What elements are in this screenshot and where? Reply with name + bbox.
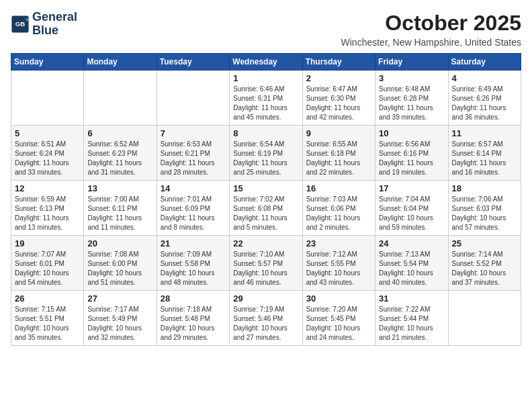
day-info: Sunrise: 7:14 AM Sunset: 5:52 PM Dayligh…: [452, 250, 517, 287]
day-info: Sunrise: 6:55 AM Sunset: 6:18 PM Dayligh…: [306, 140, 371, 177]
week-row-5: 26Sunrise: 7:15 AM Sunset: 5:51 PM Dayli…: [11, 291, 521, 346]
day-number: 30: [306, 293, 371, 304]
day-info: Sunrise: 7:04 AM Sunset: 6:04 PM Dayligh…: [379, 195, 444, 232]
location: Winchester, New Hampshire, United States: [341, 37, 521, 48]
day-number: 25: [452, 238, 517, 248]
day-cell-3-1: 20Sunrise: 7:08 AM Sunset: 6:00 PM Dayli…: [84, 236, 157, 291]
day-number: 21: [161, 238, 226, 248]
day-cell-1-3: 8Sunrise: 6:54 AM Sunset: 6:19 PM Daylig…: [230, 126, 302, 181]
day-cell-1-4: 9Sunrise: 6:55 AM Sunset: 6:18 PM Daylig…: [302, 126, 375, 181]
day-number: 7: [161, 128, 226, 138]
day-info: Sunrise: 7:15 AM Sunset: 5:51 PM Dayligh…: [15, 305, 80, 342]
day-cell-2-2: 14Sunrise: 7:01 AM Sunset: 6:09 PM Dayli…: [157, 181, 229, 236]
day-number: 4: [452, 73, 517, 83]
day-number: 13: [87, 183, 152, 193]
day-number: 6: [87, 128, 152, 138]
day-number: 5: [15, 128, 80, 138]
day-cell-0-0: [11, 71, 84, 126]
day-number: 28: [161, 293, 226, 304]
day-info: Sunrise: 6:48 AM Sunset: 6:28 PM Dayligh…: [379, 85, 444, 122]
logo: GB General Blue: [11, 11, 77, 38]
day-number: 29: [233, 293, 298, 304]
day-cell-1-1: 6Sunrise: 6:52 AM Sunset: 6:23 PM Daylig…: [84, 126, 157, 181]
day-info: Sunrise: 6:52 AM Sunset: 6:23 PM Dayligh…: [87, 140, 152, 177]
day-number: 12: [15, 183, 80, 193]
day-cell-4-6: [448, 291, 521, 346]
day-info: Sunrise: 7:22 AM Sunset: 5:44 PM Dayligh…: [379, 305, 444, 342]
day-cell-1-5: 10Sunrise: 6:56 AM Sunset: 6:16 PM Dayli…: [375, 126, 448, 181]
day-info: Sunrise: 6:47 AM Sunset: 6:30 PM Dayligh…: [306, 85, 371, 122]
day-cell-4-0: 26Sunrise: 7:15 AM Sunset: 5:51 PM Dayli…: [11, 291, 84, 346]
col-sunday: Sunday: [11, 54, 84, 71]
logo-line1: General: [32, 11, 77, 24]
svg-text:GB: GB: [15, 20, 26, 28]
day-number: 31: [379, 293, 444, 304]
day-cell-2-6: 18Sunrise: 7:06 AM Sunset: 6:03 PM Dayli…: [448, 181, 521, 236]
day-number: 15: [233, 183, 298, 193]
day-info: Sunrise: 6:49 AM Sunset: 6:26 PM Dayligh…: [452, 85, 517, 122]
day-number: 19: [15, 238, 80, 248]
col-saturday: Saturday: [448, 54, 521, 71]
day-info: Sunrise: 7:09 AM Sunset: 5:58 PM Dayligh…: [161, 250, 226, 287]
day-cell-3-5: 24Sunrise: 7:13 AM Sunset: 5:54 PM Dayli…: [375, 236, 448, 291]
day-cell-1-6: 11Sunrise: 6:57 AM Sunset: 6:14 PM Dayli…: [448, 126, 521, 181]
day-cell-3-0: 19Sunrise: 7:07 AM Sunset: 6:01 PM Dayli…: [11, 236, 84, 291]
day-info: Sunrise: 7:12 AM Sunset: 5:55 PM Dayligh…: [306, 250, 371, 287]
day-number: 8: [233, 128, 298, 138]
day-info: Sunrise: 7:02 AM Sunset: 6:08 PM Dayligh…: [233, 195, 298, 232]
logo-line2: Blue: [32, 24, 77, 38]
day-info: Sunrise: 6:57 AM Sunset: 6:14 PM Dayligh…: [452, 140, 517, 177]
day-cell-4-2: 28Sunrise: 7:18 AM Sunset: 5:48 PM Dayli…: [157, 291, 229, 346]
day-number: 23: [306, 238, 371, 248]
day-info: Sunrise: 7:06 AM Sunset: 6:03 PM Dayligh…: [452, 195, 517, 232]
day-info: Sunrise: 7:10 AM Sunset: 5:57 PM Dayligh…: [233, 250, 298, 287]
day-info: Sunrise: 6:56 AM Sunset: 6:16 PM Dayligh…: [379, 140, 444, 177]
day-cell-2-0: 12Sunrise: 6:59 AM Sunset: 6:13 PM Dayli…: [11, 181, 84, 236]
day-info: Sunrise: 6:54 AM Sunset: 6:19 PM Dayligh…: [233, 140, 298, 177]
calendar-table: Sunday Monday Tuesday Wednesday Thursday…: [11, 53, 521, 346]
day-cell-0-5: 3Sunrise: 6:48 AM Sunset: 6:28 PM Daylig…: [375, 71, 448, 126]
day-number: 17: [379, 183, 444, 193]
day-cell-0-2: [157, 71, 229, 126]
day-cell-1-0: 5Sunrise: 6:51 AM Sunset: 6:24 PM Daylig…: [11, 126, 84, 181]
day-cell-0-3: 1Sunrise: 6:46 AM Sunset: 6:31 PM Daylig…: [230, 71, 302, 126]
week-row-4: 19Sunrise: 7:07 AM Sunset: 6:01 PM Dayli…: [11, 236, 521, 291]
day-info: Sunrise: 7:01 AM Sunset: 6:09 PM Dayligh…: [161, 195, 226, 232]
day-number: 10: [379, 128, 444, 138]
day-cell-0-6: 4Sunrise: 6:49 AM Sunset: 6:26 PM Daylig…: [448, 71, 521, 126]
day-number: 2: [306, 73, 371, 83]
day-info: Sunrise: 7:18 AM Sunset: 5:48 PM Dayligh…: [161, 305, 226, 342]
day-number: 27: [87, 293, 152, 304]
day-cell-4-3: 29Sunrise: 7:19 AM Sunset: 5:46 PM Dayli…: [230, 291, 302, 346]
day-info: Sunrise: 7:17 AM Sunset: 5:49 PM Dayligh…: [87, 305, 152, 342]
day-cell-2-4: 16Sunrise: 7:03 AM Sunset: 6:06 PM Dayli…: [302, 181, 375, 236]
day-cell-4-1: 27Sunrise: 7:17 AM Sunset: 5:49 PM Dayli…: [84, 291, 157, 346]
page-header: GB General Blue October 2025 Winchester,…: [11, 11, 521, 48]
day-cell-3-3: 22Sunrise: 7:10 AM Sunset: 5:57 PM Dayli…: [230, 236, 302, 291]
day-number: 9: [306, 128, 371, 138]
day-number: 20: [87, 238, 152, 248]
day-number: 16: [306, 183, 371, 193]
day-info: Sunrise: 6:59 AM Sunset: 6:13 PM Dayligh…: [15, 195, 80, 232]
day-cell-3-2: 21Sunrise: 7:09 AM Sunset: 5:58 PM Dayli…: [157, 236, 229, 291]
day-number: 18: [452, 183, 517, 193]
day-info: Sunrise: 6:46 AM Sunset: 6:31 PM Dayligh…: [233, 85, 298, 122]
day-cell-3-4: 23Sunrise: 7:12 AM Sunset: 5:55 PM Dayli…: [302, 236, 375, 291]
day-info: Sunrise: 7:07 AM Sunset: 6:01 PM Dayligh…: [15, 250, 80, 287]
day-info: Sunrise: 7:08 AM Sunset: 6:00 PM Dayligh…: [87, 250, 152, 287]
day-info: Sunrise: 7:19 AM Sunset: 5:46 PM Dayligh…: [233, 305, 298, 342]
day-number: 11: [452, 128, 517, 138]
day-cell-4-4: 30Sunrise: 7:20 AM Sunset: 5:45 PM Dayli…: [302, 291, 375, 346]
day-info: Sunrise: 7:20 AM Sunset: 5:45 PM Dayligh…: [306, 305, 371, 342]
day-number: 14: [161, 183, 226, 193]
col-tuesday: Tuesday: [157, 54, 229, 71]
week-row-2: 5Sunrise: 6:51 AM Sunset: 6:24 PM Daylig…: [11, 126, 521, 181]
logo-text: General Blue: [32, 11, 77, 38]
col-thursday: Thursday: [302, 54, 375, 71]
calendar-header-row: Sunday Monday Tuesday Wednesday Thursday…: [11, 54, 521, 71]
day-cell-0-1: [84, 71, 157, 126]
week-row-1: 1Sunrise: 6:46 AM Sunset: 6:31 PM Daylig…: [11, 71, 521, 126]
day-info: Sunrise: 7:13 AM Sunset: 5:54 PM Dayligh…: [379, 250, 444, 287]
day-number: 1: [233, 73, 298, 83]
day-info: Sunrise: 7:03 AM Sunset: 6:06 PM Dayligh…: [306, 195, 371, 232]
